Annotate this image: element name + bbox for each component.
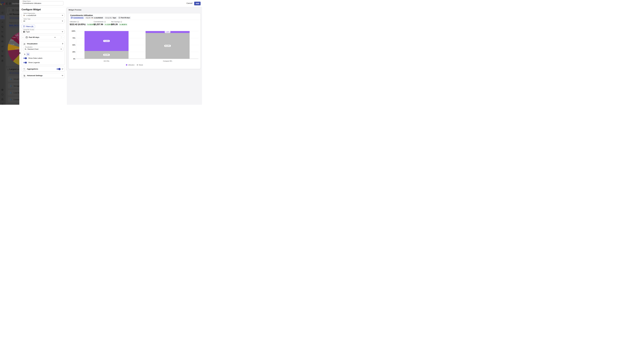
show-legends-toggle[interactable] <box>23 62 27 64</box>
trending-down-icon <box>87 24 89 25</box>
preview-card: Commitments Utilization Commitments Org … <box>68 14 200 69</box>
nav-budgets-icon[interactable] <box>0 34 5 38</box>
panel-resize-handle[interactable] <box>19 52 20 54</box>
stacked-bar-chart: 71.61% 28.39% 6.80% 93.20% <box>76 31 198 59</box>
data-label: 6.80% <box>165 31 170 33</box>
cancel-button[interactable]: Cancel <box>186 2 192 4</box>
chevron-left-icon[interactable]: ‹ <box>9 9 10 11</box>
widget-preview-area: Widget Preview Commitments Utilization C… <box>67 7 202 105</box>
unit-toggle: $ % <box>23 52 30 56</box>
filters-button[interactable]: Filters (0) <box>22 25 35 28</box>
widget-name-value: Commitments Utilization <box>22 1 41 5</box>
show-data-labels-row: Show Data Labels <box>23 57 42 59</box>
nav-docs-icon[interactable] <box>0 97 5 101</box>
aws-icon: aws <box>91 17 94 18</box>
azure-icon <box>10 99 12 100</box>
percent-toggle-button[interactable]: % <box>26 52 30 56</box>
y-axis-tick: 75% <box>70 37 75 39</box>
y-axis-tick: 0% <box>70 58 75 60</box>
service-row[interactable]: Load Balanc <box>8 90 19 96</box>
advanced-settings-header[interactable]: Advanced Settings <box>22 73 64 78</box>
x-axis-label: EC2 RIs <box>84 60 128 62</box>
nav-invoices-icon[interactable] <box>0 59 5 63</box>
x-axis-label: Compute SPs <box>146 60 190 62</box>
dollar-toggle-button[interactable]: $ <box>23 52 26 56</box>
change-badge: -96.50 % <box>119 24 128 26</box>
nav-analytics-icon[interactable] <box>0 30 5 34</box>
service-row[interactable]: Virtual Mach <box>8 76 19 82</box>
nav-commitments-icon[interactable] <box>0 25 5 29</box>
background-date-picker[interactable]: ‹ Past 30 days <box>7 7 19 13</box>
org-id-chip: Org ID: aws o-xtzel6z0z6 <box>85 16 104 19</box>
add-button[interactable]: Add <box>194 2 200 5</box>
largest-cost-resources-link[interactable]: All Resources <box>9 72 19 74</box>
y-axis-tick: 50% <box>70 44 75 46</box>
visualization-section-header[interactable]: Visualization <box>23 42 63 45</box>
drag-dots-icon[interactable] <box>8 14 8 16</box>
aggregations-toggle[interactable] <box>56 68 60 70</box>
service-row[interactable]: Storage <box>8 83 19 89</box>
azure-icon <box>10 92 12 94</box>
background-page: Dashboards ‹ <box>0 0 19 105</box>
nav-settings-icon[interactable] <box>0 102 5 105</box>
nav-security-icon[interactable] <box>0 92 5 96</box>
configure-widget-panel: Configure Widget Select Organization aws… <box>19 7 67 105</box>
visualization-type-dropdown[interactable]: Visualization Stacked Chart <box>23 47 63 51</box>
chevron-right-icon <box>62 43 63 44</box>
chevron-down-icon <box>62 68 63 70</box>
bar-compute-sps[interactable]: 6.80% 93.20% <box>146 31 190 59</box>
configure-widget-heading: Configure Widget <box>22 8 41 11</box>
drag-dots-icon[interactable] <box>8 69 8 70</box>
background-app-header: Dashboards <box>0 0 19 7</box>
metric-net-savings: Net Savings $85.26 -96.50 % <box>111 21 128 26</box>
date-range-picker: ‹ Past 60 days › <box>22 35 65 39</box>
legend-utilization[interactable]: Utilization <box>126 64 134 66</box>
nav-workflows-icon[interactable] <box>0 54 5 58</box>
group-by-dropdown[interactable]: Group By (X-axis) Type <box>22 30 65 34</box>
nav-insights-icon[interactable] <box>0 49 5 53</box>
aggregations-icon <box>23 68 26 70</box>
clock-icon <box>118 17 120 18</box>
info-icon[interactable] <box>77 21 79 22</box>
trending-down-icon <box>120 24 121 25</box>
nav-anomalies-icon[interactable] <box>0 44 5 48</box>
widget-name-input[interactable]: Widget Name Commitments Utilization <box>20 1 63 6</box>
service-row[interactable]: Container Re <box>8 97 19 102</box>
largest-cost-widget: Largest cost cha All Resources Virtual M… <box>6 67 19 105</box>
commitments-chip[interactable]: Commitments <box>70 16 84 19</box>
nav-reports-icon[interactable] <box>0 20 5 24</box>
legend-waste[interactable]: Waste <box>137 64 143 66</box>
chevron-left-icon[interactable]: ‹ <box>22 36 24 39</box>
sidebar-toggle-icon[interactable] <box>6 2 8 5</box>
info-icon[interactable] <box>104 21 106 22</box>
nav-integrations-icon[interactable] <box>0 88 5 92</box>
date-range-chip[interactable]: Past 60 days <box>118 16 131 19</box>
svg-text:aws: aws <box>92 17 93 18</box>
show-data-labels-toggle[interactable] <box>23 57 27 59</box>
panel-scrollbar[interactable] <box>66 8 67 70</box>
calendar-icon <box>26 36 28 38</box>
info-icon[interactable] <box>120 21 122 22</box>
total-cost-value[interactable]: $66,063.61 <box>9 24 19 27</box>
bar-ec2-ris[interactable]: 71.61% 28.39% <box>84 31 128 59</box>
background-page-title: Dashboards <box>12 2 19 5</box>
metric-utilization: Utilization $222.42 (6.83%) -91.00 % <box>70 21 95 26</box>
preview-badges: Commitments Org ID: aws o-xtzel6z0z6 Gro… <box>70 16 131 19</box>
visualization-section: Visualization Visualization Stacked Char… <box>22 41 65 65</box>
nav-dashboards-icon[interactable] <box>0 15 5 19</box>
dashboards-header-icon[interactable] <box>9 2 11 5</box>
aggregations-header[interactable]: Aggregations <box>22 66 64 71</box>
group-by-chip: Group By: Type <box>104 16 117 19</box>
select-organization-dropdown[interactable]: Select Organization aws o-xtzel6z0z6 <box>22 13 65 18</box>
widget-title: Largest cost cha <box>9 68 19 70</box>
nav-getting-started-icon[interactable] <box>0 39 5 44</box>
chart-icon <box>10 17 12 19</box>
chevron-down-icon <box>62 75 63 76</box>
chevron-down-icon <box>62 15 63 16</box>
change-badge: -3.39 % <box>104 24 112 26</box>
chevron-right-icon[interactable]: › <box>62 35 65 39</box>
select-type-dropdown[interactable]: Select Type All <box>22 19 65 23</box>
nav-home-icon[interactable] <box>0 10 5 15</box>
all-resources-link[interactable]: All Resources <box>9 16 19 19</box>
date-range-dropdown[interactable]: ‹ Past 60 days <box>22 35 61 39</box>
